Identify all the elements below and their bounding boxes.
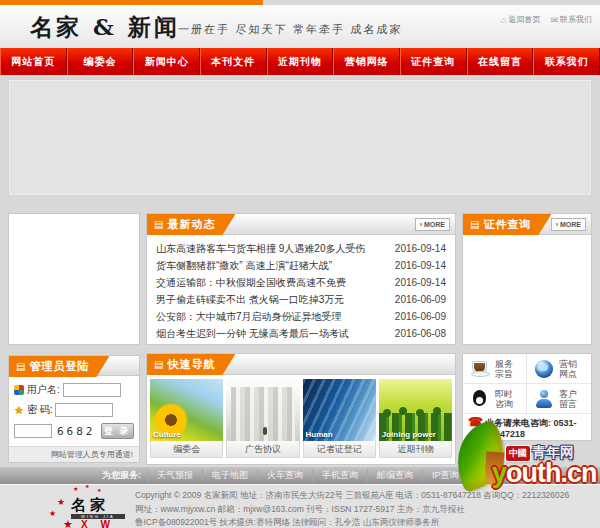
link-emap[interactable]: 电子地图 bbox=[202, 469, 257, 482]
nav-item-editorial-board[interactable]: 编委会 bbox=[67, 48, 134, 75]
buildings-image: Human bbox=[303, 379, 376, 441]
website-line: 网址：www.mjyxw.cn 邮箱：mjxw@163.com 刊号：ISSN … bbox=[135, 503, 597, 517]
login-button[interactable]: 登 录 bbox=[101, 423, 135, 439]
news-date: 2016-09-14 bbox=[395, 243, 446, 254]
link-mobile-query[interactable]: 手机查询 bbox=[312, 469, 367, 482]
footer-logo-name: 名家 bbox=[71, 496, 109, 515]
footer-services-label: 为您服务: bbox=[102, 469, 141, 482]
news-item[interactable]: 交通运输部：中秋假期全国收费高速不免费 2016-09-14 bbox=[147, 274, 455, 291]
footer-logo-xw: X W bbox=[81, 519, 115, 528]
nav-item-home[interactable]: 网站首页 bbox=[0, 48, 67, 75]
news-date: 2016-06-09 bbox=[395, 294, 446, 305]
link-ip-query[interactable]: IP查询 bbox=[422, 469, 468, 482]
latest-news-header: ▤ 最新动态 › MORE bbox=[147, 214, 455, 235]
admin-login-title: 管理员登陆 bbox=[29, 359, 89, 374]
nav-item-online-message[interactable]: 在线留言 bbox=[467, 48, 534, 75]
list-icon: ▤ bbox=[154, 219, 163, 230]
certificate-query-title: 证件查询 bbox=[483, 217, 531, 232]
news-item[interactable]: 男子偷走砗磲卖不出 煮火锅一口吃掉3万元 2016-06-09 bbox=[147, 291, 455, 308]
captcha-input[interactable] bbox=[14, 424, 52, 438]
service-marketing[interactable]: 营销网点 bbox=[527, 354, 591, 384]
username-row: 用户名: bbox=[14, 383, 134, 397]
link-weather[interactable]: 天气预报 bbox=[147, 469, 202, 482]
home-link[interactable]: ⌂ 返回首页 bbox=[501, 14, 540, 25]
certificate-query-more-button[interactable]: › MORE bbox=[551, 218, 586, 231]
silhouettes-image: Joining power bbox=[379, 379, 452, 441]
username-label: 用户名: bbox=[27, 383, 60, 397]
sunflower-image: Culture bbox=[150, 379, 223, 441]
link-zipcode-query[interactable]: 邮编查询 bbox=[367, 469, 422, 482]
card-caption: Culture bbox=[153, 430, 181, 439]
news-item[interactable]: 烟台考生迟到一分钟 无缘高考最后一场考试 2016-06-08 bbox=[147, 325, 455, 342]
service-purpose[interactable]: 服务宗旨 bbox=[463, 354, 527, 384]
banner-placeholder bbox=[8, 79, 592, 196]
card-label: 近期刊物 bbox=[379, 441, 452, 458]
captcha-row: 6682 登 录 bbox=[14, 423, 134, 439]
user-icon bbox=[14, 385, 24, 395]
icp-line: 鲁ICP备080922001号 技术提供:赛特网络 法律顾问：孔令浩 山东两仪律… bbox=[135, 516, 597, 528]
certificate-query-header: ▤ 证件查询 › MORE bbox=[463, 214, 591, 235]
home-icon: ⌂ bbox=[501, 15, 506, 25]
news-item[interactable]: 山东高速路客车与货车相撞 9人遇难20多人受伤 2016-09-14 bbox=[147, 240, 455, 257]
star-icon: ★ bbox=[14, 405, 24, 415]
link-train-query[interactable]: 火车查询 bbox=[257, 469, 312, 482]
star-icon: ★ bbox=[85, 483, 89, 489]
service-label: 客户留言 bbox=[559, 389, 579, 409]
person-icon bbox=[534, 389, 554, 409]
nav-item-recent-publications[interactable]: 近期刊物 bbox=[267, 48, 334, 75]
news-title: 山东高速路客车与货车相撞 9人遇难20多人受伤 bbox=[156, 242, 365, 256]
nav-item-marketing-network[interactable]: 营销网络 bbox=[333, 48, 400, 75]
card-recent-publications[interactable]: Joining power 近期刊物 bbox=[379, 379, 452, 458]
site-logo: 名家 & 新闻 bbox=[30, 12, 180, 43]
latest-news-tab: ▤ 最新动态 bbox=[147, 214, 235, 235]
nav-item-certificate-query[interactable]: 证件查询 bbox=[400, 48, 467, 75]
copyright-line: Copyright © 2009 名家新闻 地址：济南市民生大街22号 三箭银苑… bbox=[135, 489, 597, 503]
service-instant-consult[interactable]: 即时咨询 bbox=[463, 384, 527, 414]
service-label: 即时咨询 bbox=[495, 389, 515, 409]
password-row: ★ 密 码: bbox=[14, 403, 134, 417]
footer-services-bar: 为您服务: 天气预报 电子地图 火车查询 手机查询 邮编查询 IP查询 bbox=[0, 467, 600, 484]
admin-login-header: ▤ 管理员登陆 bbox=[9, 356, 139, 376]
footer-logo: ★ ★ ★ ★ ★ ★ 名家 MING JIA X W bbox=[45, 487, 133, 527]
phone-icon: ☎ bbox=[468, 417, 483, 428]
nav-item-contact-us[interactable]: 联系我们 bbox=[533, 48, 600, 75]
coffee-icon bbox=[470, 359, 490, 379]
list-icon: ▤ bbox=[16, 361, 25, 372]
card-ad-agreement[interactable]: 广告协议 bbox=[226, 379, 299, 458]
quick-nav-header: ▤ 快速导航 bbox=[147, 354, 455, 375]
quick-nav-cards: Culture 编委会 广告协议 Human 记者证登记 Joining pow… bbox=[147, 375, 455, 458]
contact-link[interactable]: ✉ 联系我们 bbox=[550, 14, 592, 25]
star-icon: ★ bbox=[63, 518, 73, 528]
star-icon: ★ bbox=[49, 509, 56, 518]
quick-nav-title: 快速导航 bbox=[167, 357, 215, 372]
news-title: 男子偷走砗磲卖不出 煮火锅一口吃掉3万元 bbox=[156, 293, 344, 307]
latest-news-panel: ▤ 最新动态 › MORE 山东高速路客车与货车相撞 9人遇难20多人受伤 20… bbox=[146, 213, 456, 345]
more-arrow-icon: › bbox=[420, 219, 422, 230]
globe-icon bbox=[534, 359, 554, 379]
qq-penguin-icon bbox=[470, 389, 490, 409]
admin-login-note: 网站管理人员专用通道! bbox=[9, 446, 139, 462]
news-title: 交通运输部：中秋假期全国收费高速不免费 bbox=[156, 276, 346, 290]
news-date: 2016-09-14 bbox=[395, 277, 446, 288]
news-item[interactable]: 货车侧翻猪群“撒欢” 高速上演“赶猪大战” 2016-09-14 bbox=[147, 257, 455, 274]
news-list: 山东高速路客车与货车相撞 9人遇难20多人受伤 2016-09-14 货车侧翻猪… bbox=[147, 235, 455, 342]
list-icon: ▤ bbox=[470, 219, 479, 230]
quick-nav-tab: ▤ 快速导航 bbox=[147, 354, 235, 375]
service-customer-message[interactable]: 客户留言 bbox=[527, 384, 591, 414]
latest-news-more-button[interactable]: › MORE bbox=[415, 218, 450, 231]
services-panel: 服务宗旨 营销网点 即时咨询 客户留言 ☎ 业务请来电咨询: 0531-8764… bbox=[462, 353, 592, 441]
password-input[interactable] bbox=[55, 403, 113, 417]
services-grid: 服务宗旨 营销网点 即时咨询 客户留言 bbox=[463, 354, 591, 414]
main-nav: 网站首页 编委会 新闻中心 本刊文件 近期刊物 营销网络 证件查询 在线留言 联… bbox=[0, 48, 600, 75]
card-editorial-board[interactable]: Culture 编委会 bbox=[150, 379, 223, 458]
card-label: 广告协议 bbox=[226, 441, 299, 458]
password-label: 密 码: bbox=[27, 403, 53, 417]
username-input[interactable] bbox=[63, 383, 121, 397]
card-journalist-registration[interactable]: Human 记者证登记 bbox=[303, 379, 376, 458]
nav-item-documents[interactable]: 本刊文件 bbox=[200, 48, 267, 75]
page: → 名家 & 新闻 一册在手 尽知天下 常年牵手 成名成家 ⌂ 返回首页 ✉ 联… bbox=[0, 0, 600, 528]
phone-consult-line: ☎ 业务请来电咨询: 0531-87647218 bbox=[463, 414, 591, 440]
more-label: MORE bbox=[560, 219, 581, 230]
news-item[interactable]: 公安部：大中城市7月启动身份证异地受理 2016-06-09 bbox=[147, 308, 455, 325]
nav-item-news-center[interactable]: 新闻中心 bbox=[133, 48, 200, 75]
